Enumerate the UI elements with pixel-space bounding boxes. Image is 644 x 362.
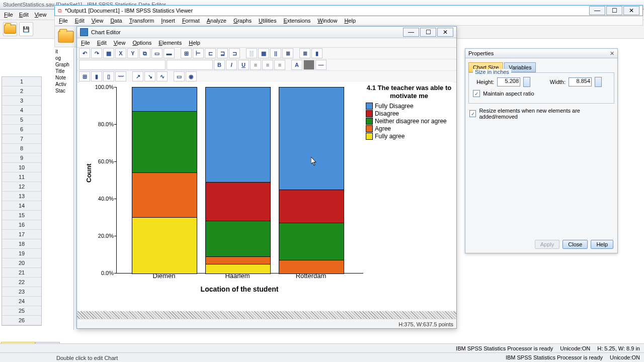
segment[interactable] xyxy=(132,217,197,274)
segment[interactable] xyxy=(132,87,197,112)
maximize-icon[interactable]: ☐ xyxy=(606,6,622,15)
row-header[interactable]: 11 xyxy=(2,172,41,182)
x-category-label[interactable]: Diemen xyxy=(131,272,197,280)
menu-edit[interactable]: Edit xyxy=(75,18,85,24)
y-axis-label[interactable]: Count xyxy=(85,163,93,183)
legend-item[interactable]: Neither disagree nor agree xyxy=(366,118,452,125)
row-header[interactable]: 23 xyxy=(2,287,41,297)
legend-item[interactable]: Agree xyxy=(366,125,452,132)
close-icon[interactable]: ✕ xyxy=(623,6,639,15)
width-spinner[interactable] xyxy=(595,77,602,87)
toolbar-icon[interactable]: ▭ xyxy=(174,71,185,81)
save-icon[interactable]: 💾 xyxy=(19,22,33,36)
row-header[interactable]: 5 xyxy=(2,115,41,125)
close-icon[interactable]: ✕ xyxy=(610,50,614,57)
toolbar-icon[interactable]: ▮ xyxy=(91,71,102,81)
menu-file[interactable]: File xyxy=(59,18,68,24)
line-style-icon[interactable]: — xyxy=(315,60,327,70)
toolbar-icon[interactable]: ▮ xyxy=(311,48,323,58)
row-header[interactable]: 1 xyxy=(2,77,41,86)
chart-legend[interactable]: 4.1 The teacher was able to motivate me … xyxy=(366,84,452,140)
toolbar-icon[interactable]: ≣ xyxy=(299,48,310,58)
maximize-icon[interactable]: ☐ xyxy=(420,28,436,37)
toolbar-icon[interactable]: ∿ xyxy=(156,71,168,81)
toolbar-icon[interactable]: ⊒ xyxy=(217,48,228,58)
x-category-label[interactable]: Rotterdam xyxy=(278,272,344,280)
plot-area[interactable]: 0.0%20.0%40.0%60.0%80.0%100.0% xyxy=(116,87,363,274)
menu-elements[interactable]: Elements xyxy=(158,40,182,46)
font-size-select[interactable] xyxy=(167,60,213,70)
menu-data[interactable]: Data xyxy=(110,18,122,24)
help-button[interactable]: Help xyxy=(591,240,613,249)
minimize-icon[interactable]: — xyxy=(589,6,605,15)
open-icon[interactable] xyxy=(58,31,73,42)
outline-node[interactable]: Graph xyxy=(54,61,73,68)
menu-view[interactable]: View xyxy=(92,18,104,24)
row-header[interactable]: 15 xyxy=(2,211,41,220)
segment[interactable] xyxy=(279,190,344,224)
underline-button[interactable]: U xyxy=(238,60,249,70)
row-header[interactable]: 26 xyxy=(2,316,41,325)
legend-title[interactable]: 4.1 The teacher was able to motivate me xyxy=(366,84,452,100)
row-header[interactable]: 6 xyxy=(2,125,41,134)
toolbar-icon[interactable]: || xyxy=(270,48,281,58)
outline-node[interactable]: it xyxy=(54,48,73,55)
toolbar-icon[interactable]: ⊏ xyxy=(205,48,216,58)
menu-file[interactable]: File xyxy=(81,40,90,46)
menu-view[interactable]: View xyxy=(114,40,126,46)
menu-help[interactable]: Help xyxy=(344,18,356,24)
menu-file[interactable]: File xyxy=(4,12,13,18)
row-header[interactable]: 16 xyxy=(2,220,41,230)
chart-editor-titlebar[interactable]: Chart Editor — ☐ ✕ xyxy=(77,27,456,38)
toolbar-icon[interactable]: Y xyxy=(127,48,138,58)
menu-graphs[interactable]: Graphs xyxy=(233,18,252,24)
segment[interactable] xyxy=(132,172,197,218)
row-header[interactable]: 4 xyxy=(2,106,41,115)
outline-node[interactable]: Stac xyxy=(54,87,73,94)
row-header[interactable]: 13 xyxy=(2,192,41,201)
segment[interactable] xyxy=(132,111,197,173)
x-axis-label[interactable]: Location of the student xyxy=(116,285,363,293)
toolbar-icon[interactable]: ↷ xyxy=(91,48,102,58)
toolbar-icon[interactable]: ⊐ xyxy=(229,48,240,58)
close-icon[interactable]: ✕ xyxy=(437,28,453,37)
row-header[interactable]: 9 xyxy=(2,153,41,163)
segment[interactable] xyxy=(279,87,344,191)
menu-format[interactable]: Format xyxy=(182,18,200,24)
menu-options[interactable]: Options xyxy=(132,40,151,46)
toolbar-icon[interactable]: ⧉ xyxy=(139,48,150,58)
bold-button[interactable]: B xyxy=(214,60,225,70)
menu-window[interactable]: Window xyxy=(317,18,337,24)
toolbar-icon[interactable]: ↗ xyxy=(132,71,143,81)
bar-rotterdam[interactable] xyxy=(279,87,344,273)
menu-utilities[interactable]: Utilities xyxy=(259,18,276,24)
legend-item[interactable]: Fully agree xyxy=(366,133,452,140)
open-icon[interactable] xyxy=(3,22,17,36)
bar-diemen[interactable] xyxy=(132,87,197,273)
toolbar-icon[interactable]: ▬ xyxy=(164,48,175,58)
segment[interactable] xyxy=(205,87,271,183)
align-right-icon[interactable]: ≡ xyxy=(274,60,285,70)
toolbar-icon[interactable]: ░ xyxy=(246,48,257,58)
row-header[interactable]: 24 xyxy=(2,297,41,306)
menu-edit[interactable]: Edit xyxy=(19,12,29,18)
toolbar-icon[interactable]: ↘ xyxy=(144,71,155,81)
menu-transform[interactable]: Transform xyxy=(129,18,154,24)
maintain-aspect-checkbox[interactable]: ✓ xyxy=(473,90,480,97)
outline-node[interactable]: Activ xyxy=(54,81,73,87)
outline-node[interactable]: Note xyxy=(54,74,73,81)
resize-elements-checkbox[interactable]: ✓ xyxy=(469,110,476,117)
row-header[interactable]: 2 xyxy=(2,86,41,96)
properties-titlebar[interactable]: Properties ✕ xyxy=(465,49,617,58)
height-spinner[interactable] xyxy=(523,77,530,87)
toolbar-icon[interactable]: ▦ xyxy=(103,48,114,58)
x-category-label[interactable]: Haarlem xyxy=(205,272,270,280)
toolbar-icon[interactable]: ▦ xyxy=(258,48,269,58)
apply-button[interactable]: Apply xyxy=(535,240,560,249)
toolbar-icon[interactable]: ≣ xyxy=(282,48,293,58)
row-header[interactable]: 8 xyxy=(2,144,41,153)
output-outline[interactable]: itogGraphTitleNoteActivStac xyxy=(54,48,74,330)
row-header[interactable]: 18 xyxy=(2,239,41,249)
menu-edit[interactable]: Edit xyxy=(97,40,107,46)
width-input[interactable]: 8.854 xyxy=(569,77,592,86)
